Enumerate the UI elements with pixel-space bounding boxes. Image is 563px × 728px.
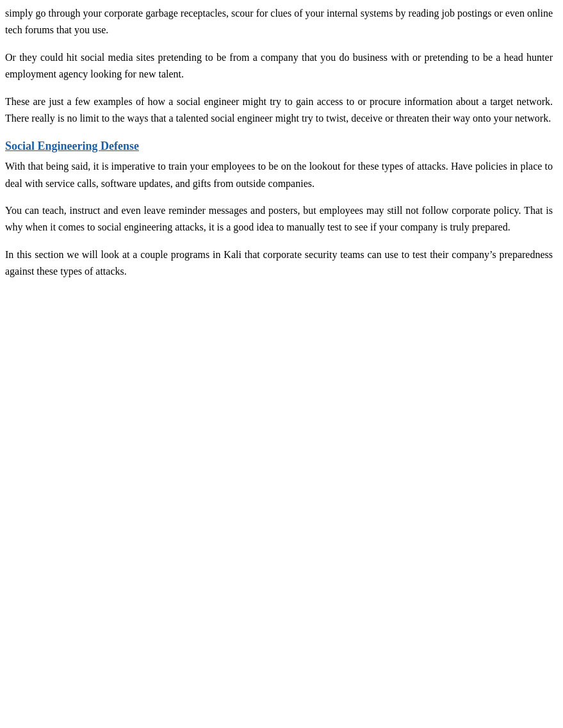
paragraph-2: Or they could hit social media sites pre… bbox=[5, 49, 553, 83]
section-paragraph-2: You can teach, instruct and even leave r… bbox=[5, 202, 553, 236]
paragraph-3: These are just a few examples of how a s… bbox=[5, 93, 553, 127]
section-paragraph-1: With that being said, it is imperative t… bbox=[5, 158, 553, 192]
section-paragraph-3: In this section we will look at a couple… bbox=[5, 247, 553, 280]
paragraph-1: simply go through your corporate garbage… bbox=[5, 5, 553, 39]
section-heading-social-engineering-defense: Social Engineering Defense bbox=[5, 137, 553, 156]
page-content: simply go through your corporate garbage… bbox=[5, 5, 553, 280]
